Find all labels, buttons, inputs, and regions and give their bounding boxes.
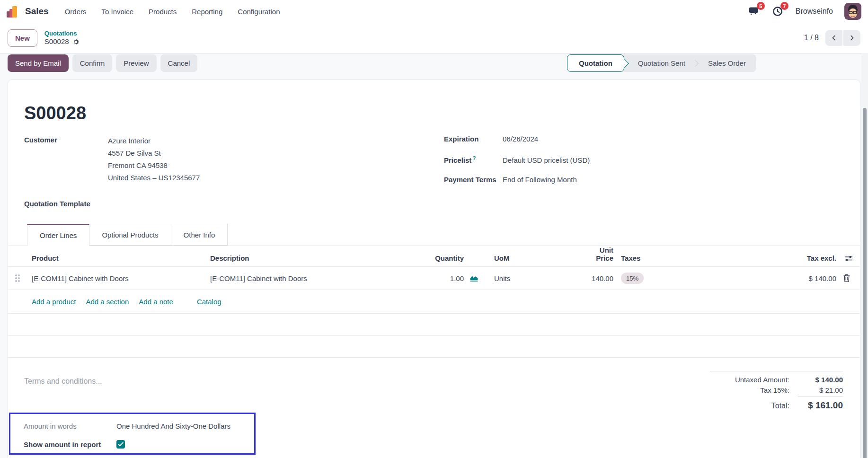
tab-order-lines[interactable]: Order Lines [27,224,89,246]
cell-taxes: 15% [613,273,685,284]
order-lines-actions: Add a product Add a section Add a note C… [8,290,860,314]
expiration-label: Expiration [444,135,503,143]
messages-badge: 5 [757,2,765,10]
gear-icon [72,38,80,45]
amount-in-words-label: Amount in words [24,422,116,430]
menu-products[interactable]: Products [149,8,177,16]
navbar-right: 5 7 Browseinfo [748,3,861,20]
status-step-sales-order[interactable]: Sales Order [701,59,753,67]
payment-terms-label: Payment Terms [444,176,503,184]
scrollbar-track[interactable] [861,53,868,458]
breadcrumb-quotations[interactable]: Quotations [44,30,80,37]
expiration-field[interactable]: 06/26/2024 [503,135,538,143]
optional-columns-button[interactable] [836,255,860,262]
tab-other-info[interactable]: Other Info [171,224,228,246]
activities-button[interactable]: 7 [772,5,784,18]
form-footer: Terms and conditions... Untaxed Amount: … [8,371,860,413]
show-amount-checkbox[interactable] [116,440,125,449]
cell-product[interactable]: [E-COM11] Cabinet with Doors [32,274,210,282]
app-name[interactable]: Sales [25,6,49,17]
record-pager: 1 / 8 [804,30,860,46]
main-menu: Orders To Invoice Products Reporting Con… [65,8,280,16]
status-step-quotation[interactable]: Quotation [567,54,624,72]
total-label: Total: [771,402,789,410]
notebook-tabs: Order Lines Optional Products Other Info [8,224,860,246]
pricelist-label: Pricelist? [444,155,503,164]
menu-orders[interactable]: Orders [65,8,87,16]
control-panel: Send by Email Confirm Preview Cancel Quo… [0,53,868,72]
new-button[interactable]: New [8,29,37,47]
messages-button[interactable]: 5 [748,5,761,18]
send-by-email-button[interactable]: Send by Email [8,54,69,72]
untaxed-amount-value: $ 140.00 [798,376,843,384]
add-a-note-link[interactable]: Add a note [139,298,173,306]
top-navbar: Sales Orders To Invoice Products Reporti… [0,0,868,23]
sliders-icon [844,255,853,262]
delete-row-button[interactable] [836,274,860,282]
breadcrumb: Quotations S00028 [44,30,80,46]
breadcrumb-current: S00028 [44,37,69,46]
empty-line [8,336,860,358]
tax-value: $ 21.00 [798,386,843,394]
total-value: $ 161.00 [798,396,843,411]
pricelist-field[interactable]: Default USD pricelist (USD) [503,156,590,164]
form-info-section: Customer Azure Interior 4557 De Silva St… [8,135,860,196]
customer-label: Customer [24,135,108,184]
chevron-left-icon [831,35,837,41]
odoo-sales-app: Sales Orders To Invoice Products Reporti… [0,0,868,458]
record-actions-button[interactable] [72,38,80,45]
preview-button[interactable]: Preview [116,54,156,72]
add-a-section-link[interactable]: Add a section [86,298,129,306]
terms-and-conditions-input[interactable]: Terms and conditions... [24,371,355,413]
statusbar: Quotation Quotation Sent Sales Order [567,54,756,72]
order-lines-header: Product Description Quantity UoM Unit Pr… [8,246,860,267]
catalog-link[interactable]: Catalog [197,298,221,306]
pager-next-button[interactable] [843,30,860,46]
menu-to-invoice[interactable]: To Invoice [102,8,134,16]
quotation-form-sheet: S00028 Customer Azure Interior 4557 De S… [8,79,860,458]
add-a-product-link[interactable]: Add a product [32,298,76,306]
totals-block: Untaxed Amount: $ 140.00 Tax 15%: $ 21.0… [710,371,843,413]
pager-previous-button[interactable] [825,30,842,46]
avatar[interactable] [844,3,861,20]
avatar-image [844,3,861,20]
cancel-button[interactable]: Cancel [160,54,198,72]
drag-handle[interactable] [15,274,20,282]
column-product: Product [32,254,210,262]
tab-optional-products[interactable]: Optional Products [89,224,171,246]
column-quantity: Quantity [434,254,464,262]
amount-in-words-highlight: Amount in words One Hundred And Sixty-On… [9,413,256,455]
user-menu[interactable]: Browseinfo [796,7,833,16]
menu-configuration[interactable]: Configuration [238,8,280,16]
customer-name[interactable]: Azure Interior [108,135,200,147]
cell-unit-price[interactable]: 140.00 [582,274,613,282]
cell-subtotal: $ 140.00 [685,274,836,282]
cell-uom[interactable]: Units [486,274,582,282]
order-line-row: [E-COM11] Cabinet with Doors [E-COM11] C… [8,267,860,290]
status-step-quotation-sent[interactable]: Quotation Sent [631,59,692,67]
column-unit-price: Unit Price [582,246,613,262]
column-description: Description [210,254,434,262]
menu-reporting[interactable]: Reporting [192,8,222,16]
forecast-chart-button[interactable] [464,274,486,282]
amount-in-words-field[interactable]: One Hundred And Sixty-One Dollars [116,422,230,430]
bar-chart-icon-segment [12,6,17,18]
empty-line [8,314,860,336]
quotation-template-label: Quotation Template [24,200,860,210]
payment-terms-field[interactable]: End of Following Month [503,176,577,184]
help-icon[interactable]: ? [472,155,476,161]
activities-badge: 7 [780,2,788,10]
cell-description[interactable]: [E-COM11] Cabinet with Doors [210,274,434,282]
customer-address-line: Fremont CA 94538 [108,159,200,172]
record-title: S00028 [24,103,860,123]
customer-field[interactable]: Azure Interior 4557 De Silva St Fremont … [108,135,200,184]
tax-tag[interactable]: 15% [621,273,644,284]
scrollbar-thumb[interactable] [863,108,867,458]
confirm-button[interactable]: Confirm [72,54,113,72]
breadcrumb-bar: New Quotations S00028 1 / 8 [0,23,868,53]
customer-address-line: 4557 De Silva St [108,147,200,159]
tax-label: Tax 15%: [760,386,789,394]
sales-app-icon[interactable] [7,5,21,18]
chevron-right-icon [849,35,855,41]
cell-quantity[interactable]: 1.00 [434,274,464,282]
